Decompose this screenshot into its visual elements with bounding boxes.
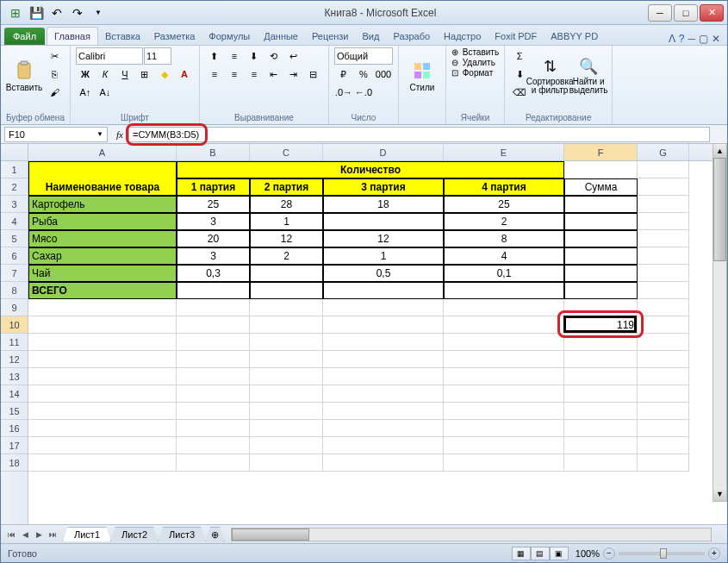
font-color-button[interactable]: A: [175, 66, 194, 83]
cell-c8[interactable]: [250, 282, 323, 299]
cell-a2[interactable]: Наименование товара: [28, 178, 177, 196]
cell-f4[interactable]: [564, 213, 638, 230]
cell-c9[interactable]: [250, 299, 323, 316]
cell-f16[interactable]: [564, 420, 638, 437]
cell-d15[interactable]: [323, 403, 444, 420]
cell-g16[interactable]: [638, 420, 689, 437]
cell-e15[interactable]: [444, 403, 564, 420]
col-header-d[interactable]: D: [323, 144, 444, 160]
undo-button[interactable]: ↶: [47, 3, 66, 22]
cell-b8[interactable]: [177, 282, 250, 299]
align-middle-button[interactable]: ≡: [225, 47, 244, 65]
cell-g6[interactable]: [638, 247, 689, 265]
cell-b14[interactable]: [177, 385, 250, 403]
minimize-ribbon-icon[interactable]: ᐱ: [669, 33, 675, 45]
tab-file[interactable]: Файл: [4, 28, 45, 45]
cell-f10[interactable]: 119: [564, 316, 638, 334]
cell-c7[interactable]: [250, 265, 323, 282]
cell-e17[interactable]: [444, 437, 564, 454]
save-button[interactable]: 💾: [27, 3, 46, 22]
name-box[interactable]: F10 ▼: [4, 127, 108, 142]
autosum-button[interactable]: Σ: [510, 47, 529, 65]
cell-g14[interactable]: [638, 385, 689, 403]
formula-input[interactable]: =СУММ(B3:D5) =СУММ(B3:D5): [128, 127, 710, 142]
cell-e18[interactable]: [444, 454, 564, 472]
cell-b4[interactable]: 3: [177, 213, 250, 230]
decrease-indent-button[interactable]: ⇤: [264, 66, 283, 83]
cell-a11[interactable]: [28, 334, 177, 351]
v-scroll-thumb[interactable]: [713, 158, 726, 261]
cell-e12[interactable]: [444, 351, 564, 368]
scroll-up-button[interactable]: ▲: [713, 144, 726, 158]
cell-g5[interactable]: [638, 230, 689, 247]
cell-g8[interactable]: [638, 282, 689, 299]
cell-c6[interactable]: 2: [250, 247, 323, 265]
cell-b3[interactable]: 25: [177, 196, 250, 213]
cell-d6[interactable]: 1: [323, 247, 444, 265]
cell-e3[interactable]: 25: [444, 196, 564, 213]
cell-g4[interactable]: [638, 213, 689, 230]
cell-b1-e1[interactable]: Количество: [177, 161, 564, 178]
cell-g3[interactable]: [638, 196, 689, 213]
cell-d7[interactable]: 0,5: [323, 265, 444, 282]
zoom-in-button[interactable]: +: [708, 547, 720, 560]
find-select-button[interactable]: 🔍 Найти и выделить: [570, 47, 607, 104]
cell-f2[interactable]: Сумма: [564, 178, 638, 196]
row-header-14[interactable]: 14: [1, 385, 28, 403]
cell-a12[interactable]: [28, 351, 177, 368]
cell-g15[interactable]: [638, 403, 689, 420]
cell-g7[interactable]: [638, 265, 689, 282]
help-icon[interactable]: ?: [679, 33, 685, 45]
cell-c12[interactable]: [250, 351, 323, 368]
tab-first-button[interactable]: ⏮: [4, 528, 18, 541]
cell-b10[interactable]: [177, 316, 250, 334]
cell-d14[interactable]: [323, 385, 444, 403]
cell-a10[interactable]: [28, 316, 177, 334]
normal-view-button[interactable]: ▦: [512, 547, 531, 560]
underline-button[interactable]: Ч: [115, 66, 134, 83]
cell-e11[interactable]: [444, 334, 564, 351]
merge-button[interactable]: ⊟: [304, 66, 323, 83]
cell-c17[interactable]: [250, 437, 323, 454]
cell-d3[interactable]: 18: [323, 196, 444, 213]
cell-c18[interactable]: [250, 454, 323, 472]
row-header-7[interactable]: 7: [1, 265, 28, 282]
cell-f1[interactable]: [564, 161, 638, 178]
cell-c16[interactable]: [250, 420, 323, 437]
cell-c14[interactable]: [250, 385, 323, 403]
cell-a17[interactable]: [28, 437, 177, 454]
excel-icon[interactable]: ⊞: [6, 3, 25, 22]
cell-e13[interactable]: [444, 368, 564, 385]
cell-e7[interactable]: 0,1: [444, 265, 564, 282]
tab-abbyy[interactable]: ABBYY PD: [544, 28, 605, 45]
delete-cells-button[interactable]: ⊖ Удалить: [451, 58, 495, 67]
cell-g17[interactable]: [638, 437, 689, 454]
percent-button[interactable]: %: [354, 66, 373, 83]
cell-f8[interactable]: [564, 282, 638, 299]
cell-a8[interactable]: ВСЕГО: [28, 282, 177, 299]
doc-close-icon[interactable]: ✕: [712, 33, 720, 45]
name-box-dropdown-icon[interactable]: ▼: [96, 130, 103, 138]
row-header-2[interactable]: 2: [1, 178, 28, 196]
cell-c10[interactable]: [250, 316, 323, 334]
cell-a5[interactable]: Мясо: [28, 230, 177, 247]
tab-developer[interactable]: Разрабо: [386, 28, 437, 45]
comma-button[interactable]: 000: [374, 66, 393, 83]
cell-g1[interactable]: [638, 161, 689, 178]
cell-e8[interactable]: [444, 282, 564, 299]
cell-a14[interactable]: [28, 385, 177, 403]
select-all-corner[interactable]: [1, 144, 28, 161]
cell-b2[interactable]: 1 партия: [177, 178, 250, 196]
cell-d9[interactable]: [323, 299, 444, 316]
tab-data[interactable]: Данные: [257, 28, 305, 45]
cell-d12[interactable]: [323, 351, 444, 368]
font-size-combo[interactable]: [144, 47, 171, 65]
cell-e5[interactable]: 8: [444, 230, 564, 247]
currency-button[interactable]: ₽: [334, 66, 353, 83]
page-break-button[interactable]: ▣: [550, 547, 569, 560]
decrease-decimal-button[interactable]: ←.0: [354, 84, 373, 101]
row-header-6[interactable]: 6: [1, 247, 28, 265]
cell-a18[interactable]: [28, 454, 177, 472]
cell-d5[interactable]: 12: [323, 230, 444, 247]
tab-next-button[interactable]: ▶: [32, 528, 46, 541]
